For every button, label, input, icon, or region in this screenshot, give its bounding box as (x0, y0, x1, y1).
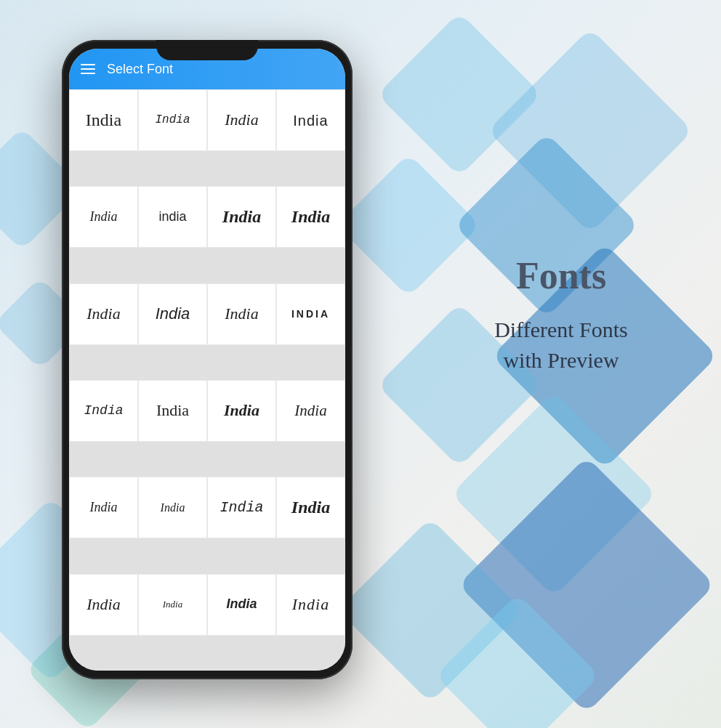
font-cell-5[interactable]: India (69, 186, 138, 248)
font-text-12: INDIA (291, 308, 330, 320)
font-text-19: India (219, 499, 263, 517)
font-text-23: India (226, 596, 257, 612)
font-cell-2[interactable]: India (138, 89, 207, 151)
font-cell-17[interactable]: India (69, 477, 138, 538)
font-cell-7[interactable]: India (207, 186, 276, 248)
font-text-2: India (155, 113, 190, 127)
font-cell-3[interactable]: India (207, 89, 276, 151)
font-text-15: India (224, 401, 259, 420)
font-cell-23[interactable]: India (207, 574, 276, 636)
font-cell-6[interactable]: india (138, 186, 207, 248)
font-cell-24[interactable]: India (276, 574, 345, 636)
font-text-22: India (163, 599, 182, 610)
font-text-13: India (84, 403, 123, 419)
font-text-21: India (86, 595, 120, 614)
fonts-main-title: Fonts (438, 254, 685, 297)
font-cell-14[interactable]: India (138, 380, 207, 442)
font-text-14: India (156, 401, 189, 420)
font-cell-20[interactable]: India (276, 477, 345, 538)
font-cell-8[interactable]: India (276, 186, 345, 248)
app-bar-title: Select Font (107, 62, 173, 77)
font-text-3: India (225, 110, 258, 129)
font-cell-13[interactable]: India (69, 380, 138, 442)
font-cell-10[interactable]: India (138, 283, 207, 345)
font-text-10: India (156, 304, 190, 323)
font-text-5: India (90, 209, 118, 225)
right-content-panel: Fonts Different Fontswith Preview (438, 254, 685, 376)
font-text-6: india (158, 209, 186, 225)
font-grid: IndiaIndiaIndiaIndiaIndiaindiaIndiaIndia… (69, 89, 345, 671)
font-cell-18[interactable]: India (138, 477, 207, 538)
font-text-16: India (294, 402, 326, 420)
font-text-1: India (86, 110, 121, 131)
font-cell-4[interactable]: India (276, 89, 345, 151)
font-cell-21[interactable]: India (69, 574, 138, 636)
font-text-18: India (161, 501, 185, 514)
hamburger-menu-icon[interactable] (81, 64, 95, 74)
font-text-11: India (225, 304, 258, 323)
font-cell-12[interactable]: INDIA (276, 283, 345, 345)
font-text-9: India (86, 304, 120, 323)
font-text-24: India (292, 595, 329, 614)
font-text-20: India (291, 497, 330, 518)
font-cell-19[interactable]: India (207, 477, 276, 538)
font-cell-15[interactable]: India (207, 380, 276, 442)
font-cell-11[interactable]: India (207, 283, 276, 345)
font-cell-1[interactable]: India (69, 89, 138, 151)
phone-notch (156, 40, 258, 60)
font-text-17: India (90, 500, 118, 516)
phone-screen: Select Font IndiaIndiaIndiaIndiaIndiaind… (69, 49, 345, 671)
font-cell-22[interactable]: India (138, 574, 207, 636)
font-cell-9[interactable]: India (69, 283, 138, 345)
font-cell-16[interactable]: India (276, 380, 345, 442)
font-text-7: India (222, 206, 261, 227)
phone-mockup: Select Font IndiaIndiaIndiaIndiaIndiaind… (62, 40, 353, 679)
font-text-8: India (291, 206, 330, 227)
fonts-subtitle: Different Fontswith Preview (438, 315, 685, 376)
font-text-4: India (293, 112, 328, 129)
